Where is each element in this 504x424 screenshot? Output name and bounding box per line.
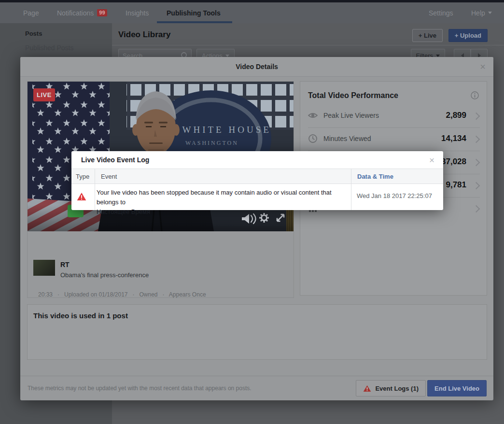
- metric-row-peak-live-viewers[interactable]: Peak Live Viewers 2,899: [300, 104, 488, 127]
- caret-down-icon: [436, 55, 440, 57]
- live-video-event-log-popup: Live Video Event Log × Type Event Data &…: [71, 151, 443, 210]
- end-live-video-button[interactable]: End Live Video: [427, 380, 487, 396]
- live-badge: LIVE: [33, 88, 55, 101]
- clock-icon: [308, 134, 318, 143]
- nav-publishing-tools[interactable]: Publishing Tools: [167, 2, 221, 23]
- header-divider: [112, 45, 504, 45]
- chevron-right-icon: [473, 136, 480, 143]
- column-type: Type: [71, 169, 95, 184]
- video-thumbnail: [33, 260, 55, 276]
- nav-help[interactable]: Help: [471, 2, 492, 23]
- event-log-row: Your live video has been stopped because…: [71, 184, 443, 210]
- event-log-header-row: Type Event Data & Time: [71, 169, 443, 184]
- used-in-title: This video is used in 1 post: [33, 311, 128, 320]
- caret-down-icon: [488, 12, 492, 14]
- chevron-right-icon: [473, 182, 480, 190]
- top-navbar: Page Notifications 99 Insights Publishin…: [0, 2, 504, 24]
- upload-button[interactable]: + Upload: [448, 29, 488, 42]
- notification-count-badge: 99: [97, 9, 107, 16]
- page-name: RT: [60, 261, 70, 269]
- sidebar-item-published-posts[interactable]: Published Posts: [25, 44, 73, 52]
- live-button[interactable]: + Live: [412, 29, 443, 42]
- info-icon[interactable]: [471, 91, 479, 99]
- modal-title: Video Details: [20, 57, 493, 76]
- sidebar-section-posts[interactable]: Posts: [25, 30, 42, 37]
- screen: Page Notifications 99 Insights Publishin…: [0, 0, 504, 424]
- modal-close-icon[interactable]: ×: [480, 62, 486, 71]
- column-event: Event: [95, 169, 351, 184]
- video-title: Obama's final press-conference: [60, 271, 149, 279]
- chevron-right-icon: [473, 159, 480, 167]
- caret-down-icon: [225, 55, 229, 57]
- nav-notifications[interactable]: Notifications 99: [57, 2, 107, 23]
- column-data-time[interactable]: Data & Time: [351, 169, 444, 184]
- used-in-posts-panel: This video is used in 1 post: [27, 304, 487, 360]
- modal-header: Video Details ×: [20, 57, 493, 77]
- svg-text:WASHINGTON: WASHINGTON: [185, 140, 238, 146]
- event-message: Your live video has been stopped because…: [97, 188, 345, 217]
- nav-insights[interactable]: Insights: [126, 2, 149, 23]
- eye-icon: [308, 111, 318, 120]
- nav-settings[interactable]: Settings: [429, 2, 453, 23]
- video-details-modal: Video Details ×: [20, 57, 493, 400]
- event-datetime: Wed Jan 18 2017 22:25:07: [357, 192, 432, 199]
- warning-triangle-icon: [77, 192, 86, 201]
- event-log-close-icon[interactable]: ×: [429, 155, 434, 166]
- metrics-note: These metrics may not be updated yet wit…: [28, 385, 252, 392]
- warning-triangle-icon: [363, 385, 371, 392]
- video-meta: 20:33 · Uploaded on 01/18/2017 · Owned ·…: [38, 291, 206, 298]
- performance-title: Total Video Performance: [308, 91, 398, 100]
- event-logs-button[interactable]: Event Logs (1): [356, 380, 426, 396]
- chevron-right-icon: [473, 113, 480, 120]
- page-title: Video Library: [118, 30, 170, 40]
- nav-page[interactable]: Page: [23, 2, 39, 23]
- metric-row-minutes-viewed[interactable]: Minutes Viewed 14,134: [300, 127, 488, 151]
- modal-footer: These metrics may not be updated yet wit…: [20, 376, 493, 400]
- event-log-title: Live Video Event Log: [81, 156, 149, 164]
- chevron-right-icon: [473, 205, 480, 213]
